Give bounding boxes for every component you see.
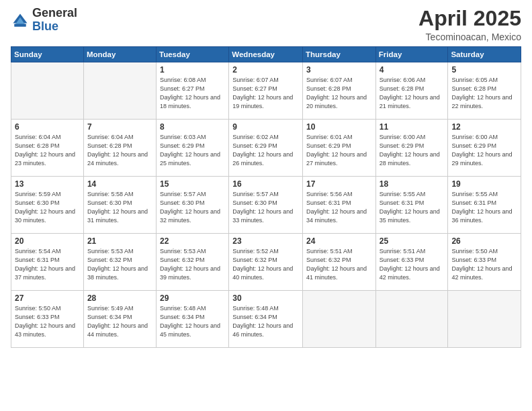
sunrise-text: Sunrise: 6:07 AM [232,77,279,83]
day-info: Sunrise: 5:52 AMSunset: 6:32 PMDaylight:… [232,247,299,282]
day-number: 17 [306,179,372,189]
day-number: 2 [232,65,299,75]
sunset-text: Sunset: 6:31 PM [451,199,496,206]
day-info: Sunrise: 5:57 AMSunset: 6:30 PMDaylight:… [232,190,299,225]
daylight-text: Daylight: 12 hours and 43 minutes. [15,322,75,338]
daylight-text: Daylight: 12 hours and 26 minutes. [232,151,293,167]
sunrise-text: Sunrise: 5:57 AM [232,191,279,197]
daylight-text: Daylight: 12 hours and 45 minutes. [160,322,220,338]
logo-text: General Blue [32,7,77,34]
calendar-cell: 6Sunrise: 6:04 AMSunset: 6:28 PMDaylight… [11,120,84,177]
sunrise-text: Sunrise: 6:06 AM [380,77,426,83]
calendar-cell: 8Sunrise: 6:03 AMSunset: 6:29 PMDaylight… [157,120,229,177]
col-tuesday: Tuesday [157,47,229,62]
day-info: Sunrise: 6:01 AMSunset: 6:29 PMDaylight:… [306,133,372,168]
sunset-text: Sunset: 6:28 PM [15,142,60,149]
sunset-text: Sunset: 6:29 PM [306,142,351,149]
calendar-cell [11,62,84,120]
calendar-cell: 2Sunrise: 6:07 AMSunset: 6:27 PMDaylight… [229,62,303,120]
day-info: Sunrise: 6:04 AMSunset: 6:28 PMDaylight:… [87,133,152,168]
calendar-cell: 4Sunrise: 6:06 AMSunset: 6:28 PMDaylight… [375,62,448,120]
day-number: 14 [87,179,152,189]
daylight-text: Daylight: 12 hours and 35 minutes. [380,208,440,224]
calendar-cell: 20Sunrise: 5:54 AMSunset: 6:31 PMDayligh… [11,234,84,291]
calendar-cell: 1Sunrise: 6:08 AMSunset: 6:27 PMDaylight… [157,62,229,120]
sunset-text: Sunset: 6:28 PM [306,85,351,92]
sunrise-text: Sunrise: 6:00 AM [380,134,426,140]
day-number: 9 [232,122,299,132]
header: General Blue April 2025 Tecominoacan, Me… [11,7,521,42]
calendar-cell [375,291,448,348]
day-info: Sunrise: 5:59 AMSunset: 6:30 PMDaylight:… [15,190,80,225]
day-info: Sunrise: 6:02 AMSunset: 6:29 PMDaylight:… [232,133,299,168]
sunrise-text: Sunrise: 5:50 AM [451,248,498,255]
sunrise-text: Sunrise: 6:05 AM [451,77,498,83]
daylight-text: Daylight: 12 hours and 30 minutes. [15,208,75,224]
day-info: Sunrise: 5:48 AMSunset: 6:34 PMDaylight:… [232,304,299,339]
sunset-text: Sunset: 6:28 PM [380,85,425,92]
calendar-cell: 10Sunrise: 6:01 AMSunset: 6:29 PMDayligh… [303,120,376,177]
calendar-cell: 15Sunrise: 5:57 AMSunset: 6:30 PMDayligh… [157,177,229,234]
sunrise-text: Sunrise: 6:01 AM [306,134,353,140]
daylight-text: Daylight: 12 hours and 36 minutes. [451,208,512,224]
sunrise-text: Sunrise: 5:53 AM [160,248,206,255]
day-info: Sunrise: 6:07 AMSunset: 6:28 PMDaylight:… [306,76,372,111]
day-number: 30 [232,293,299,303]
calendar-cell: 16Sunrise: 5:57 AMSunset: 6:30 PMDayligh… [229,177,303,234]
col-friday: Friday [375,47,448,62]
day-info: Sunrise: 5:50 AMSunset: 6:33 PMDaylight:… [15,304,80,339]
sunrise-text: Sunrise: 5:56 AM [306,191,353,197]
calendar-cell: 22Sunrise: 5:53 AMSunset: 6:32 PMDayligh… [157,234,229,291]
sunrise-text: Sunrise: 5:57 AM [160,191,206,197]
day-number: 11 [380,122,445,132]
day-number: 7 [87,122,152,132]
sunrise-text: Sunrise: 5:59 AM [15,191,61,197]
daylight-text: Daylight: 12 hours and 46 minutes. [232,322,293,338]
sunrise-text: Sunrise: 5:51 AM [380,248,426,255]
sunrise-text: Sunrise: 5:50 AM [15,305,61,312]
day-number: 1 [160,65,225,75]
calendar-cell: 7Sunrise: 6:04 AMSunset: 6:28 PMDaylight… [83,120,156,177]
day-info: Sunrise: 5:51 AMSunset: 6:33 PMDaylight:… [380,247,445,282]
sunrise-text: Sunrise: 5:53 AM [87,248,134,255]
day-number: 22 [160,236,225,246]
day-info: Sunrise: 6:06 AMSunset: 6:28 PMDaylight:… [380,76,445,111]
day-number: 6 [15,122,80,132]
daylight-text: Daylight: 12 hours and 28 minutes. [380,151,440,167]
day-info: Sunrise: 6:04 AMSunset: 6:28 PMDaylight:… [15,133,80,168]
calendar-cell: 19Sunrise: 5:55 AMSunset: 6:31 PMDayligh… [448,177,521,234]
sunset-text: Sunset: 6:29 PM [232,142,277,149]
sunrise-text: Sunrise: 5:55 AM [380,191,426,197]
sunrise-text: Sunrise: 5:55 AM [451,191,498,197]
day-number: 29 [160,293,225,303]
day-info: Sunrise: 6:00 AMSunset: 6:29 PMDaylight:… [380,133,445,168]
calendar-cell: 12Sunrise: 6:00 AMSunset: 6:29 PMDayligh… [448,120,521,177]
day-number: 24 [306,236,372,246]
calendar-week-5: 27Sunrise: 5:50 AMSunset: 6:33 PMDayligh… [11,291,521,348]
day-info: Sunrise: 5:53 AMSunset: 6:32 PMDaylight:… [160,247,225,282]
daylight-text: Daylight: 12 hours and 24 minutes. [87,151,148,167]
calendar-cell: 30Sunrise: 5:48 AMSunset: 6:34 PMDayligh… [229,291,303,348]
daylight-text: Daylight: 12 hours and 44 minutes. [87,322,148,338]
day-number: 16 [232,179,299,189]
day-info: Sunrise: 6:07 AMSunset: 6:27 PMDaylight:… [232,76,299,111]
day-info: Sunrise: 5:55 AMSunset: 6:31 PMDaylight:… [380,190,445,225]
location-subtitle: Tecominoacan, Mexico [418,32,521,42]
sunrise-text: Sunrise: 5:48 AM [232,305,279,312]
calendar-cell: 23Sunrise: 5:52 AMSunset: 6:32 PMDayligh… [229,234,303,291]
daylight-text: Daylight: 12 hours and 23 minutes. [15,151,75,167]
day-info: Sunrise: 5:48 AMSunset: 6:34 PMDaylight:… [160,304,225,339]
daylight-text: Daylight: 12 hours and 27 minutes. [306,151,367,167]
calendar-cell: 27Sunrise: 5:50 AMSunset: 6:33 PMDayligh… [11,291,84,348]
sunset-text: Sunset: 6:33 PM [380,257,425,263]
sunset-text: Sunset: 6:30 PM [160,199,205,206]
day-number: 23 [232,236,299,246]
daylight-text: Daylight: 12 hours and 40 minutes. [232,265,293,281]
day-number: 10 [306,122,372,132]
daylight-text: Daylight: 12 hours and 29 minutes. [451,151,512,167]
calendar-cell [448,291,521,348]
day-number: 12 [451,122,517,132]
col-saturday: Saturday [448,47,521,62]
sunrise-text: Sunrise: 6:04 AM [15,134,61,140]
calendar-cell: 18Sunrise: 5:55 AMSunset: 6:31 PMDayligh… [375,177,448,234]
